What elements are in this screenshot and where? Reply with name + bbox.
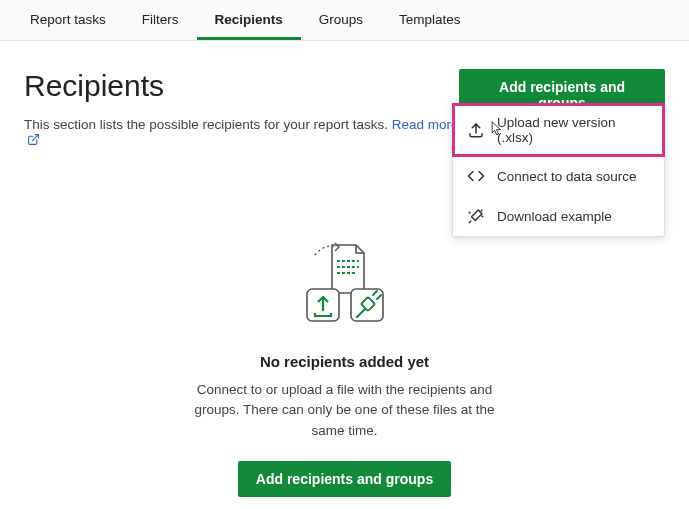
menu-download-example[interactable]: Download example [453,196,664,236]
external-link-icon [27,133,40,149]
tab-templates[interactable]: Templates [381,0,479,40]
upload-icon [467,121,485,139]
menu-connect-data-source[interactable]: Connect to data source [453,156,664,196]
page-description: This section lists the possible recipien… [24,117,459,149]
page-title: Recipients [24,69,459,103]
add-recipients-button-empty[interactable]: Add recipients and groups [238,461,451,497]
empty-illustration-icon [285,237,405,337]
tab-recipients[interactable]: Recipients [197,0,301,40]
tab-groups[interactable]: Groups [301,0,381,40]
tab-filters[interactable]: Filters [124,0,197,40]
menu-upload-new-version[interactable]: Upload new version (.xlsx) [453,104,664,156]
magic-icon [467,207,485,225]
menu-item-label: Download example [497,209,612,224]
empty-state: No recipients added yet Connect to or up… [24,237,665,497]
tab-report-tasks[interactable]: Report tasks [12,0,124,40]
tabs-bar: Report tasks Filters Recipients Groups T… [0,0,689,41]
dropdown-menu: Upload new version (.xlsx) Connect to da… [452,103,665,237]
code-icon [467,167,485,185]
menu-item-label: Connect to data source [497,169,637,184]
svg-line-0 [32,135,38,141]
empty-title: No recipients added yet [24,353,665,370]
menu-item-label: Upload new version (.xlsx) [497,115,650,145]
page-body: Recipients This section lists the possib… [0,41,689,497]
empty-description: Connect to or upload a file with the rec… [195,380,495,441]
